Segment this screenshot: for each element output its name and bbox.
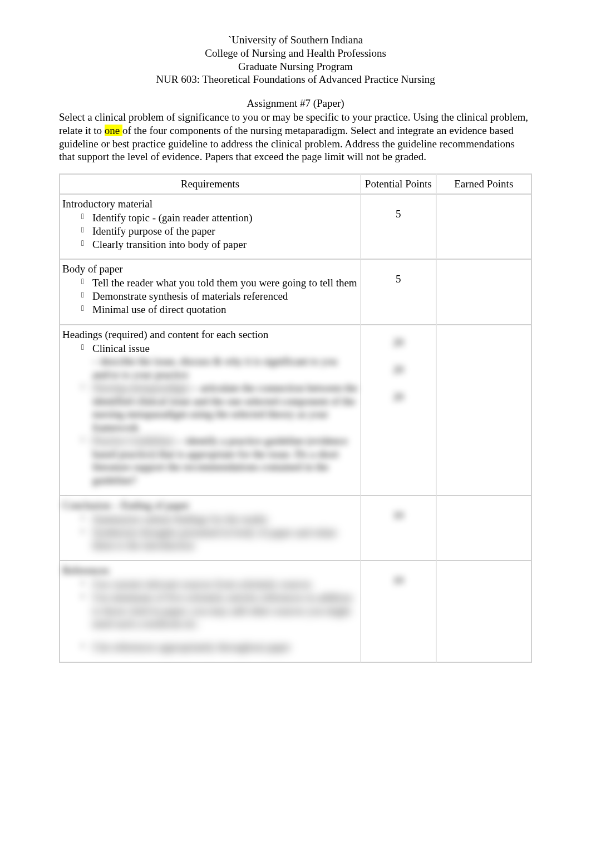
list-item-label: Practice Guidelines: [92, 435, 175, 447]
assignment-instructions: Select a clinical problem of significanc…: [59, 111, 532, 163]
bullet-list: Clinical issue – describe the issue, dis…: [62, 342, 358, 487]
section-title: Introductory material: [62, 198, 358, 210]
header-line-4: NUR 603: Theoretical Foundations of Adva…: [59, 73, 532, 86]
points-value: 5: [363, 208, 434, 220]
intro-text-2: of the four components of the nursing me…: [59, 125, 515, 163]
list-item-label: Synthesize thoughts presented in body of…: [92, 527, 337, 552]
requirements-cell: Introductory materialIdentify topic - (g…: [59, 195, 361, 260]
intro-highlighted-word: one: [105, 125, 122, 136]
list-item: Synthesize thoughts presented in body of…: [81, 526, 358, 553]
list-item: Cite references appropriately throughout…: [81, 641, 358, 654]
points-value: 20: [363, 329, 434, 356]
list-item: Summarize salient findings for the reade…: [81, 513, 358, 526]
assignment-title: Assignment #7 (Paper): [59, 97, 532, 110]
points-value: 20: [363, 383, 434, 410]
list-item-label: Demonstrate synthesis of materials refer…: [92, 290, 288, 302]
list-item: Practice Guidelines – identify a practic…: [81, 434, 358, 487]
section-title: References: [62, 564, 358, 577]
col-header-requirements: Requirements: [59, 173, 361, 195]
table-header-row: Requirements Potential Points Earned Poi…: [59, 173, 532, 195]
list-item: Clinical issue – describe the issue, dis…: [81, 342, 358, 381]
table-row: Introductory materialIdentify topic - (g…: [59, 195, 532, 260]
potential-points-cell: 10: [361, 561, 436, 663]
potential-points-cell: 10: [361, 496, 436, 561]
list-item-label: Minimal use of direct quotation: [92, 304, 226, 315]
rubric-table: Requirements Potential Points Earned Poi…: [59, 173, 532, 663]
bullet-list: Identify topic - (gain reader attention)…: [62, 211, 358, 251]
earned-points-cell: [436, 325, 532, 496]
earned-points-cell: [436, 496, 532, 561]
section-title: Body of paper: [62, 263, 358, 275]
list-item: Tell the reader what you told them you w…: [81, 276, 358, 290]
section-title: Headings (required) and content for each…: [62, 329, 358, 341]
list-item: Minimal use of direct quotation: [81, 303, 358, 316]
list-item: Identify purpose of the paper: [81, 225, 358, 238]
list-item: Nursing metaparadigm – articulate the co…: [81, 381, 358, 434]
requirements-cell: Body of paperTell the reader what you to…: [59, 260, 361, 325]
list-item-label: Clearly transition into body of paper: [92, 239, 247, 250]
section-title: Conclusion – Ending of paper: [62, 499, 358, 512]
table-row: Body of paperTell the reader what you to…: [59, 260, 532, 325]
header-line-3: Graduate Nursing Program: [59, 60, 532, 73]
list-item-label: Summarize salient findings for the reade…: [92, 513, 268, 525]
header-line-2: College of Nursing and Health Profession…: [59, 47, 532, 60]
list-item-desc: – describe the issue, discuss & why it i…: [92, 355, 358, 381]
requirements-cell: Headings (required) and content for each…: [59, 325, 361, 496]
requirements-cell: ReferencesUse current relevant sources f…: [59, 561, 361, 663]
table-row: Headings (required) and content for each…: [59, 325, 532, 496]
earned-points-cell: [436, 260, 532, 325]
list-item-label: Cite references appropriately throughout…: [92, 641, 290, 653]
list-item-label: Clinical issue: [92, 343, 150, 354]
potential-points-cell: 202020: [361, 325, 436, 496]
requirements-cell: Conclusion – Ending of paperSummarize sa…: [59, 496, 361, 561]
table-row: ReferencesUse current relevant sources f…: [59, 561, 532, 663]
document-header: `University of Southern Indiana College …: [59, 33, 532, 86]
points-value: 5: [363, 273, 434, 285]
list-item-label: Identify purpose of the paper: [92, 225, 215, 237]
list-item: Use current relevant sources from schola…: [81, 578, 358, 591]
potential-points-cell: 5: [361, 260, 436, 325]
points-value: 10: [363, 574, 434, 587]
col-header-potential-points: Potential Points: [361, 173, 436, 195]
points-value: 20: [363, 356, 434, 383]
header-line-1: `University of Southern Indiana: [59, 33, 532, 47]
list-item-label: Use current relevant sources from schola…: [92, 578, 312, 590]
list-item: Use minimum of five scholarly articles r…: [81, 591, 358, 631]
list-item-label: Use minimum of five scholarly articles r…: [92, 592, 352, 630]
list-item: Identify topic - (gain reader attention): [81, 211, 358, 225]
col-header-earned-points: Earned Points: [436, 173, 532, 195]
table-row: Conclusion – Ending of paperSummarize sa…: [59, 496, 532, 561]
earned-points-cell: [436, 561, 532, 663]
earned-points-cell: [436, 195, 532, 260]
bullet-list: Summarize salient findings for the reade…: [62, 513, 358, 552]
list-item: Demonstrate synthesis of materials refer…: [81, 290, 358, 303]
potential-points-cell: 5: [361, 195, 436, 260]
list-item-label: Nursing metaparadigm: [92, 382, 190, 394]
bullet-list: Tell the reader what you told them you w…: [62, 276, 358, 316]
list-item-label: Tell the reader what you told them you w…: [92, 277, 357, 289]
points-value: 10: [363, 509, 434, 522]
bullet-list: Use current relevant sources from schola…: [62, 578, 358, 654]
list-item-label: Identify topic - (gain reader attention): [92, 212, 253, 224]
document-page: `University of Southern Indiana College …: [0, 0, 591, 685]
list-item: Clearly transition into body of paper: [81, 238, 358, 251]
